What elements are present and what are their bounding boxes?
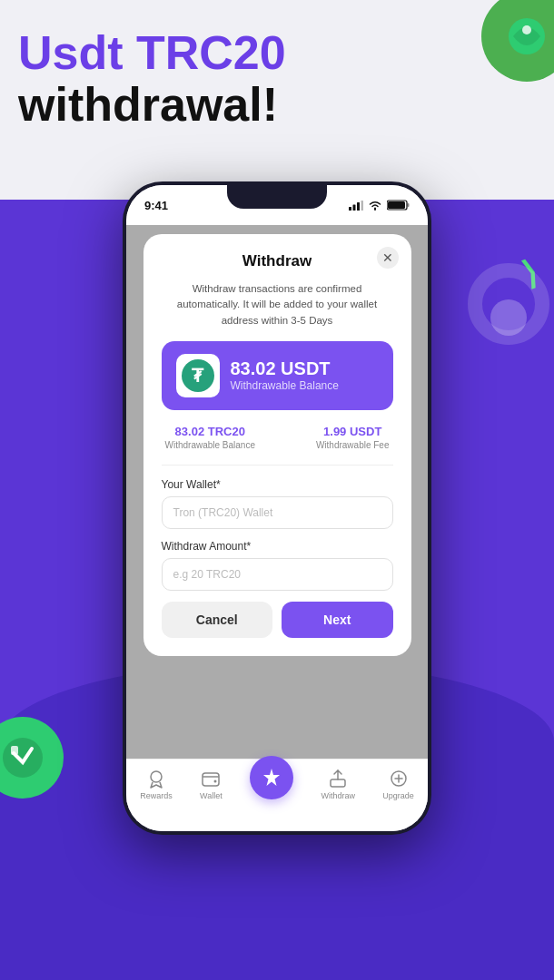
- svg-rect-9: [388, 201, 405, 209]
- amount-label: Withdraw Amount*: [162, 540, 393, 553]
- balance-card: ₮ 83.02 USDT Withdrawable Balance: [162, 341, 393, 410]
- nav-label-wallet: Wallet: [200, 791, 223, 800]
- wallet-icon: [201, 769, 221, 789]
- withdraw-icon: [328, 769, 348, 789]
- modal-overlay: ✕ Withdraw Withdraw transactions are con…: [126, 225, 428, 831]
- svg-rect-5: [353, 204, 356, 211]
- nav-center-button[interactable]: [250, 756, 293, 799]
- nav-label-withdraw: Withdraw: [321, 791, 355, 800]
- nav-label-upgrade: Upgrade: [382, 791, 414, 800]
- nav-label-rewards: Rewards: [140, 791, 173, 800]
- next-button[interactable]: Next: [282, 602, 393, 638]
- balance-amount: 83.02 USDT: [231, 358, 339, 379]
- close-button[interactable]: ✕: [377, 247, 399, 269]
- title-area: Usdt TRC20 withdrawal!: [18, 27, 286, 131]
- wallet-label: Your Wallet*: [162, 478, 393, 491]
- svg-rect-7: [361, 201, 364, 211]
- svg-rect-14: [331, 779, 345, 787]
- balance-icon-wrapper: ₮: [176, 354, 220, 397]
- balance-info: 83.02 USDT Withdrawable Balance: [231, 358, 339, 392]
- deco-dot: [490, 299, 527, 336]
- wallet-input[interactable]: Tron (TRC20) Wallet: [162, 496, 393, 529]
- close-icon: ✕: [382, 250, 393, 265]
- amount-input[interactable]: e.g 20 TRC20: [162, 558, 393, 591]
- nav-center-icon: [261, 767, 282, 789]
- bottom-nav: Rewards Wallet: [126, 759, 428, 831]
- stats-row: 83.02 TRC20 Withdrawable Balance 1.99 US…: [162, 425, 393, 450]
- svg-rect-10: [408, 203, 410, 207]
- stat1-value: 83.02 TRC20: [165, 425, 256, 438]
- svg-rect-4: [349, 207, 351, 211]
- stat2-value: 1.99 USDT: [316, 425, 390, 438]
- title-usdt: Usdt: [18, 26, 136, 79]
- button-row: Cancel Next: [162, 602, 393, 638]
- phone-notch: [227, 185, 327, 209]
- svg-point-13: [214, 780, 217, 783]
- svg-point-11: [151, 771, 162, 782]
- phone-outer: 9:41: [123, 181, 431, 835]
- svg-rect-3: [11, 746, 18, 755]
- stat-withdrawable-balance: 83.02 TRC20 Withdrawable Balance: [165, 425, 256, 450]
- status-time: 9:41: [144, 199, 168, 212]
- wifi-icon: [368, 201, 382, 211]
- signal-icon: [349, 201, 363, 211]
- divider: [162, 465, 393, 466]
- svg-rect-6: [357, 202, 360, 211]
- status-icons: [349, 200, 410, 211]
- withdraw-modal: ✕ Withdraw Withdraw transactions are con…: [143, 234, 411, 656]
- phone-inner: 9:41: [126, 185, 428, 831]
- nav-item-upgrade[interactable]: Upgrade: [382, 769, 414, 800]
- balance-label: Withdrawable Balance: [231, 379, 339, 392]
- cancel-button[interactable]: Cancel: [162, 602, 273, 638]
- svg-point-1: [522, 25, 531, 34]
- nav-item-wallet[interactable]: Wallet: [200, 769, 223, 800]
- rewards-icon: [146, 769, 166, 789]
- nav-item-withdraw[interactable]: Withdraw: [321, 769, 355, 800]
- svg-point-2: [3, 738, 43, 778]
- stat2-label: Withdrawable Fee: [316, 440, 390, 450]
- upgrade-icon: [389, 769, 409, 789]
- stat1-label: Withdrawable Balance: [165, 440, 256, 450]
- modal-description: Withdraw transactions are confirmed auto…: [162, 281, 393, 328]
- title-trc20: TRC20: [136, 26, 286, 79]
- title-line1: Usdt TRC20: [18, 27, 286, 79]
- phone-content: ✕ Withdraw Withdraw transactions are con…: [126, 225, 428, 831]
- battery-icon: [387, 200, 410, 211]
- stat-fee: 1.99 USDT Withdrawable Fee: [316, 425, 390, 450]
- nav-item-rewards[interactable]: Rewards: [140, 769, 173, 800]
- svg-rect-12: [203, 773, 219, 786]
- title-line2: withdrawal!: [18, 79, 286, 131]
- modal-title: Withdraw: [162, 252, 393, 270]
- phone-container: 9:41: [123, 181, 431, 835]
- tether-icon: ₮: [182, 359, 214, 392]
